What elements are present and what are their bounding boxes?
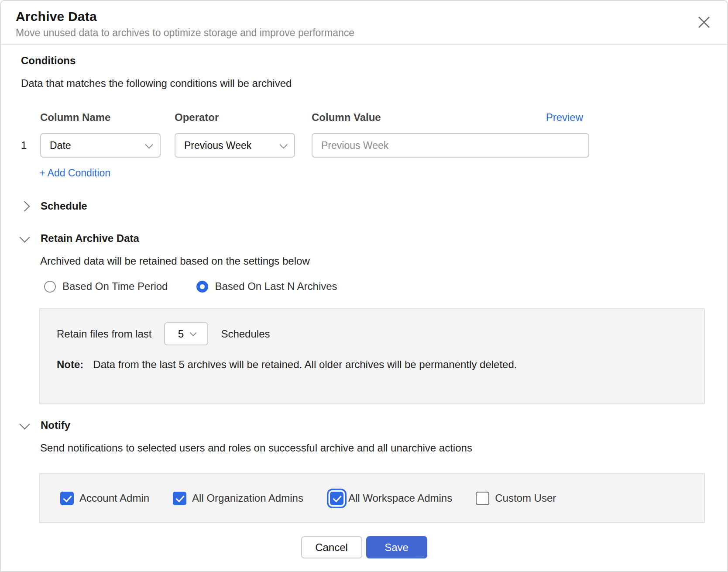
checkbox-all-organization-admins[interactable]: All Organization Admins bbox=[173, 492, 303, 505]
schedule-heading: Schedule bbox=[41, 200, 87, 212]
retain-count-value: 5 bbox=[178, 328, 184, 340]
chevron-down-icon bbox=[279, 141, 287, 148]
close-button[interactable] bbox=[696, 14, 712, 31]
column-value-input[interactable] bbox=[312, 133, 589, 158]
retain-section-toggle[interactable]: Retain Archive Data bbox=[21, 232, 707, 245]
notify-recipients-panel: Account Admin All Organization Admins Al… bbox=[39, 473, 705, 523]
retain-prefix-text: Retain files from last bbox=[57, 328, 151, 340]
operator-select[interactable]: Previous Week bbox=[175, 133, 295, 158]
radio-based-on-time-period[interactable]: Based On Time Period bbox=[44, 280, 168, 293]
checkbox-label: Account Admin bbox=[79, 492, 149, 504]
radio-based-on-last-n-archives[interactable]: Based On Last N Archives bbox=[196, 280, 337, 293]
checkbox-label: All Workspace Admins bbox=[348, 492, 452, 504]
modal-body: Conditions Data that matches the followi… bbox=[1, 55, 727, 558]
checkbox-label: All Organization Admins bbox=[192, 492, 303, 504]
column-name-value: Date bbox=[50, 140, 71, 152]
chevron-right-icon bbox=[19, 201, 30, 211]
notify-description: Send notifications to selected users and… bbox=[40, 442, 707, 454]
checkbox-all-workspace-admins[interactable]: All Workspace Admins bbox=[327, 492, 452, 505]
retain-description: Archived data will be retained based on … bbox=[40, 255, 707, 267]
preview-link[interactable]: Preview bbox=[546, 111, 589, 124]
checkbox-icon bbox=[330, 492, 343, 505]
cancel-button[interactable]: Cancel bbox=[301, 536, 362, 558]
retain-note: Note:Data from the last 5 archives will … bbox=[57, 358, 704, 371]
note-text: Data from the last 5 archives will be re… bbox=[93, 358, 517, 370]
column-value-cell bbox=[312, 133, 589, 158]
modal-footer: Cancel Save bbox=[21, 536, 707, 558]
modal-title: Archive Data bbox=[16, 9, 712, 24]
checkbox-icon bbox=[60, 492, 74, 505]
retain-settings-panel: Retain files from last 5 Schedules Note:… bbox=[39, 308, 705, 404]
modal-subtitle: Move unused data to archives to optimize… bbox=[16, 27, 712, 39]
radio-label: Based On Time Period bbox=[62, 280, 168, 293]
checkbox-label: Custom User bbox=[495, 492, 556, 504]
schedule-section-toggle[interactable]: Schedule bbox=[21, 200, 707, 212]
retain-count-select[interactable]: 5 bbox=[164, 322, 208, 345]
retain-suffix-text: Schedules bbox=[221, 328, 270, 340]
column-name-select[interactable]: Date bbox=[40, 133, 161, 158]
retain-heading: Retain Archive Data bbox=[41, 232, 139, 245]
chevron-down-icon bbox=[145, 141, 153, 148]
notify-section-toggle[interactable]: Notify bbox=[21, 419, 707, 431]
column-name-header: Column Name bbox=[40, 111, 161, 133]
conditions-grid: Column Name Operator Column Value Previe… bbox=[21, 111, 707, 158]
close-icon bbox=[697, 15, 711, 30]
radio-label: Based On Last N Archives bbox=[215, 280, 337, 293]
conditions-description: Data that matches the following conditio… bbox=[21, 77, 707, 90]
checkbox-custom-user[interactable]: Custom User bbox=[476, 492, 556, 505]
conditions-heading: Conditions bbox=[21, 55, 707, 67]
modal-header: Archive Data Move unused data to archive… bbox=[1, 1, 727, 45]
radio-icon bbox=[44, 281, 56, 293]
retain-mode-radios: Based On Time Period Based On Last N Arc… bbox=[44, 280, 707, 293]
notify-heading: Notify bbox=[41, 419, 70, 431]
chevron-down-icon bbox=[190, 330, 197, 337]
chevron-down-icon bbox=[19, 232, 30, 242]
archive-data-modal: Archive Data Move unused data to archive… bbox=[0, 0, 728, 572]
operator-header: Operator bbox=[175, 111, 295, 133]
note-label: Note: bbox=[57, 358, 83, 370]
add-condition-link[interactable]: + Add Condition bbox=[39, 167, 110, 179]
operator-value: Previous Week bbox=[184, 140, 251, 152]
chevron-down-icon bbox=[19, 419, 30, 429]
column-value-header: Column Value bbox=[312, 111, 381, 124]
checkbox-icon bbox=[173, 492, 186, 505]
radio-icon bbox=[196, 281, 208, 293]
checkbox-account-admin[interactable]: Account Admin bbox=[60, 492, 149, 505]
save-button[interactable]: Save bbox=[366, 536, 427, 558]
condition-row-index: 1 bbox=[21, 139, 40, 152]
checkbox-icon bbox=[476, 492, 489, 505]
